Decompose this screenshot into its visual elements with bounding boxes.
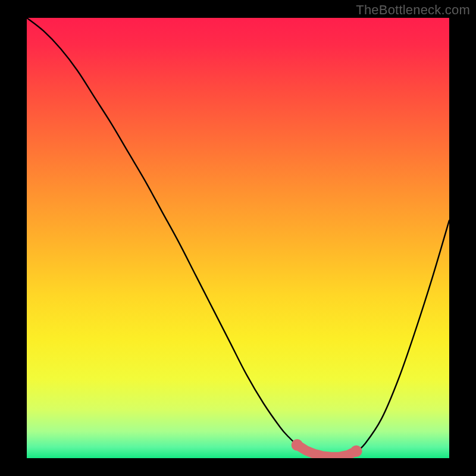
gradient-background	[27, 18, 449, 458]
flat-start-dot	[292, 439, 303, 451]
plot-area	[27, 18, 449, 458]
watermark-text: TheBottleneck.com	[356, 2, 470, 18]
chart-svg	[27, 18, 449, 458]
chart-container: TheBottleneck.com	[0, 0, 476, 476]
flat-end-dot	[350, 445, 362, 457]
